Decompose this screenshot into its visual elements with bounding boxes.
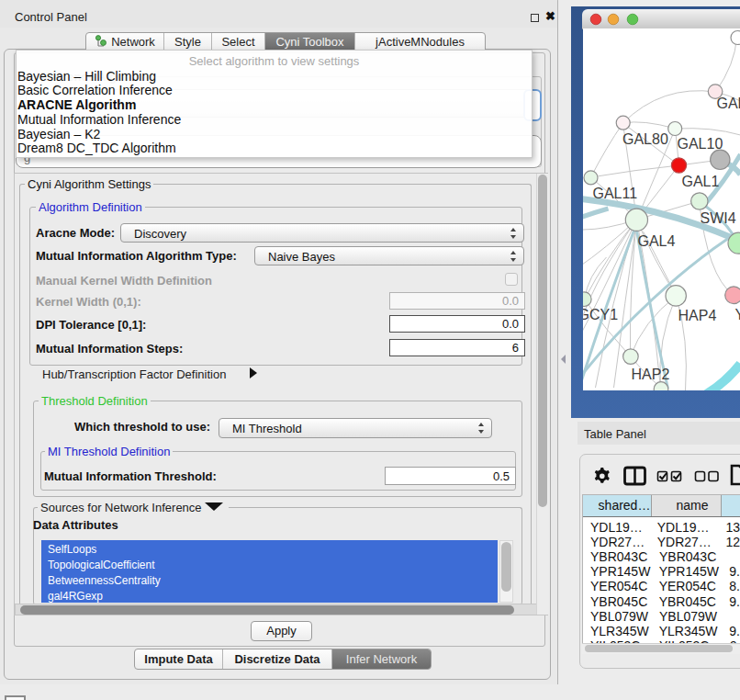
svg-text:GAL1: GAL1 <box>681 174 719 189</box>
svg-text:GAL80: GAL80 <box>622 131 668 147</box>
svg-text:SWI4: SWI4 <box>700 210 735 226</box>
svg-text:Y: Y <box>734 307 740 322</box>
svg-text:GAL4: GAL4 <box>637 233 675 249</box>
svg-text:GAL11: GAL11 <box>592 186 637 201</box>
svg-text:HAP2: HAP2 <box>631 367 669 382</box>
svg-text:HAP4: HAP4 <box>678 308 716 323</box>
svg-text:GAL: GAL <box>716 96 740 111</box>
svg-text:GCY1: GCY1 <box>583 307 618 322</box>
svg-text:GAL10: GAL10 <box>677 136 723 152</box>
